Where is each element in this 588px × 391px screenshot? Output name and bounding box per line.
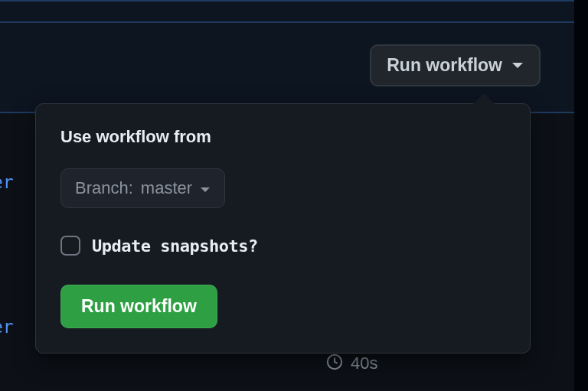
- branch-prefix-label: Branch:: [75, 178, 133, 198]
- panel-heading: Use workflow from: [60, 127, 505, 147]
- submit-button-label: Run workflow: [81, 296, 197, 316]
- partial-text-1: er: [0, 172, 14, 192]
- run-workflow-submit-button[interactable]: Run workflow: [60, 285, 217, 328]
- run-workflow-dropdown-trigger[interactable]: Run workflow: [370, 44, 541, 86]
- right-margin: [574, 0, 588, 391]
- run-workflow-trigger-label: Run workflow: [387, 55, 502, 76]
- duration-value: 40s: [351, 354, 377, 373]
- branch-name: master: [141, 178, 192, 198]
- header-divider: [0, 21, 574, 23]
- partial-text-2: er: [0, 317, 14, 337]
- duration-row: 40s: [326, 354, 377, 373]
- chevron-down-icon: [200, 178, 211, 198]
- update-snapshots-label[interactable]: Update snapshots?: [92, 236, 258, 256]
- workflow-dispatch-panel: Use workflow from Branch: master Update …: [35, 103, 531, 354]
- update-snapshots-checkbox[interactable]: [60, 236, 80, 256]
- clock-icon: [326, 354, 343, 373]
- branch-selector[interactable]: Branch: master: [60, 168, 225, 208]
- update-snapshots-row: Update snapshots?: [60, 236, 505, 256]
- chevron-down-icon: [511, 62, 524, 70]
